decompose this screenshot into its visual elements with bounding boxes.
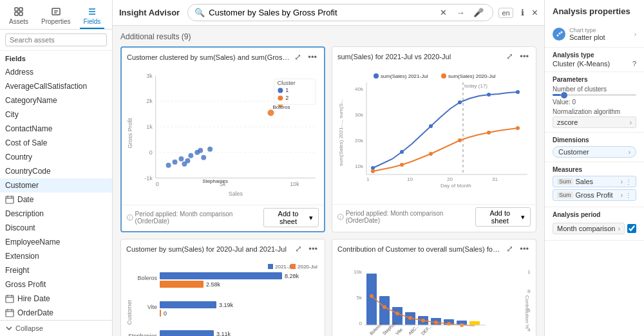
svg-text:3.11k: 3.11k bbox=[216, 331, 231, 336]
field-description[interactable]: Description bbox=[0, 207, 112, 221]
chart-bar-actions: ⤢ ••• bbox=[293, 243, 319, 254]
svg-rect-103 bbox=[160, 330, 214, 336]
svg-text:0: 0 bbox=[164, 310, 167, 317]
field-grossprofit[interactable]: Gross Profit bbox=[0, 277, 112, 292]
period-select[interactable]: Month comparison › bbox=[553, 223, 625, 234]
svg-point-134 bbox=[421, 319, 425, 322]
field-countrycode[interactable]: CountryCode bbox=[0, 164, 112, 178]
add-to-sheet-scatter-btn[interactable]: Add to sheet ▾ bbox=[263, 208, 319, 227]
svg-text:10k: 10k bbox=[355, 163, 364, 169]
fields-list: Address AverageCallSatisfaction Category… bbox=[0, 65, 112, 320]
field-employeename[interactable]: EmployeeName bbox=[0, 235, 112, 249]
sidebar-collapse-btn[interactable]: Collapse bbox=[0, 320, 112, 336]
field-city[interactable]: City bbox=[0, 107, 112, 122]
mic-btn[interactable]: 🎤 bbox=[471, 6, 486, 19]
field-hiredate[interactable]: Hire Date bbox=[0, 292, 112, 306]
search-icon: 🔍 bbox=[194, 8, 205, 17]
field-freight[interactable]: Freight bbox=[0, 263, 112, 277]
analysis-type-label: Analysis type bbox=[553, 51, 636, 59]
svg-point-44 bbox=[207, 147, 213, 152]
dropdown-arrow-scatter: ▾ bbox=[309, 214, 313, 222]
svg-text:Sales: Sales bbox=[229, 191, 243, 197]
analysis-type-value: Cluster (K-Means) bbox=[553, 60, 610, 68]
lang-badge[interactable]: en bbox=[498, 8, 513, 18]
chart-bar-title: Customer by sum(Sales) for 2020-Jul and … bbox=[126, 245, 290, 253]
sidebar-tab-fields[interactable]: Fields bbox=[80, 4, 105, 29]
svg-text:today (17): today (17) bbox=[464, 83, 488, 89]
expand-line-btn[interactable]: ⤢ bbox=[504, 51, 515, 62]
search-input-main[interactable] bbox=[209, 8, 433, 17]
field-customer[interactable]: Customer bbox=[0, 178, 112, 192]
slider-track bbox=[553, 94, 636, 96]
panel-analysis-type-section: Analysis type Cluster (K-Means) ? bbox=[545, 48, 644, 72]
measure-sales-arrow: › bbox=[621, 178, 623, 185]
norm-algo-label: Normalization algorithm bbox=[553, 108, 636, 115]
more-contrib-btn[interactable]: ••• bbox=[518, 243, 531, 254]
search-input[interactable] bbox=[5, 33, 107, 46]
svg-point-87 bbox=[487, 131, 491, 135]
measure-sales-row[interactable]: Sum Sales › ⋮ bbox=[553, 176, 636, 187]
field-country[interactable]: Country bbox=[0, 150, 112, 164]
help-btn[interactable]: ℹ bbox=[518, 6, 527, 19]
chart-type-arrow[interactable]: › bbox=[634, 31, 636, 38]
expand-scatter-btn[interactable]: ⤢ bbox=[292, 51, 303, 62]
more-bar-btn[interactable]: ••• bbox=[307, 243, 319, 254]
field-avgcall[interactable]: AverageCallSatisfaction bbox=[0, 79, 112, 93]
svg-rect-99 bbox=[160, 301, 216, 308]
field-orderdate[interactable]: OrderDate bbox=[0, 306, 112, 320]
close-btn[interactable]: × bbox=[532, 7, 538, 19]
dimensions-label: Dimensions bbox=[553, 136, 636, 144]
panel-parameters-section: Parameters Number of clusters Value: 0 N… bbox=[545, 72, 644, 133]
norm-algo-select[interactable]: zscore › bbox=[553, 117, 636, 128]
more-line-btn[interactable]: ••• bbox=[518, 51, 531, 62]
clear-search-btn[interactable]: ✕ bbox=[437, 6, 450, 19]
sum-badge-sales: Sum bbox=[557, 178, 573, 185]
field-discount[interactable]: Discount bbox=[0, 221, 112, 235]
right-panel: Analysis properties Chart type Scatter p… bbox=[544, 0, 644, 336]
svg-point-132 bbox=[395, 312, 399, 315]
svg-rect-101 bbox=[160, 310, 161, 317]
svg-text:Gross Profit: Gross Profit bbox=[127, 118, 133, 149]
svg-text:DEF...: DEF... bbox=[421, 324, 432, 335]
slider-thumb[interactable] bbox=[561, 92, 567, 98]
sidebar-tab-assets[interactable]: Assets bbox=[5, 4, 32, 29]
svg-rect-95 bbox=[160, 272, 282, 279]
svg-point-144 bbox=[557, 35, 559, 37]
expand-bar-btn[interactable]: ⤢ bbox=[293, 243, 304, 254]
svg-point-53 bbox=[278, 88, 283, 93]
field-date[interactable]: Date bbox=[0, 192, 112, 207]
brand-label: Insight Advisor bbox=[119, 8, 180, 17]
more-scatter-btn[interactable]: ••• bbox=[306, 51, 319, 62]
svg-text:0: 0 bbox=[359, 321, 363, 326]
panel-analysis-period-section: Analysis period Month comparison › bbox=[545, 207, 644, 241]
measure-sales-name: Sales bbox=[576, 178, 618, 185]
svg-text:100.00%: 100.00% bbox=[527, 269, 531, 275]
measure-gp-more: ⋮ bbox=[625, 192, 632, 199]
add-to-sheet-line-btn[interactable]: Add to sheet ▾ bbox=[475, 207, 531, 227]
svg-text:Boleros: Boleros bbox=[272, 104, 290, 110]
chart-scatter-body: 3k 2k 1k 0 -1k 0 5k 10k Sales Gross Prof… bbox=[122, 66, 324, 205]
sidebar-tab-properties[interactable]: Properties bbox=[37, 4, 75, 29]
svg-text:Cluster: Cluster bbox=[277, 80, 295, 87]
analysis-type-help[interactable]: ? bbox=[632, 60, 636, 68]
svg-rect-122 bbox=[379, 296, 390, 325]
field-contactname[interactable]: ContactName bbox=[0, 122, 112, 136]
field-address[interactable]: Address bbox=[0, 65, 112, 79]
period-checkbox[interactable] bbox=[627, 224, 636, 233]
svg-text:3.19k: 3.19k bbox=[219, 302, 234, 308]
charts-grid: Customer clustered by sum(Sales) and sum… bbox=[120, 46, 536, 336]
measure-gp-row[interactable]: Sum Gross Profit › ⋮ bbox=[553, 189, 636, 201]
field-categoryname[interactable]: CategoryName bbox=[0, 93, 112, 107]
chart-contrib-body: 10k 5k 0 100.00% 80.00% 60.00% 40.00% 20… bbox=[332, 258, 536, 336]
field-costofsale[interactable]: Cost of Sale bbox=[0, 136, 112, 150]
svg-text:20k: 20k bbox=[355, 138, 364, 144]
chart-line-title: sum(Sales) for 2021-Jul vs 2020-Jul bbox=[337, 53, 502, 61]
field-extension[interactable]: Extension bbox=[0, 249, 112, 263]
search-nav-btn[interactable]: → bbox=[453, 6, 467, 19]
dimension-chip[interactable]: Customer › bbox=[553, 146, 636, 158]
chart-type-row: Chart type Scatter plot › bbox=[553, 25, 636, 43]
svg-point-45 bbox=[185, 158, 190, 163]
expand-contrib-btn[interactable]: ⤢ bbox=[504, 243, 515, 254]
calendar-icon-order bbox=[5, 308, 14, 317]
sidebar-search-area bbox=[0, 30, 112, 51]
